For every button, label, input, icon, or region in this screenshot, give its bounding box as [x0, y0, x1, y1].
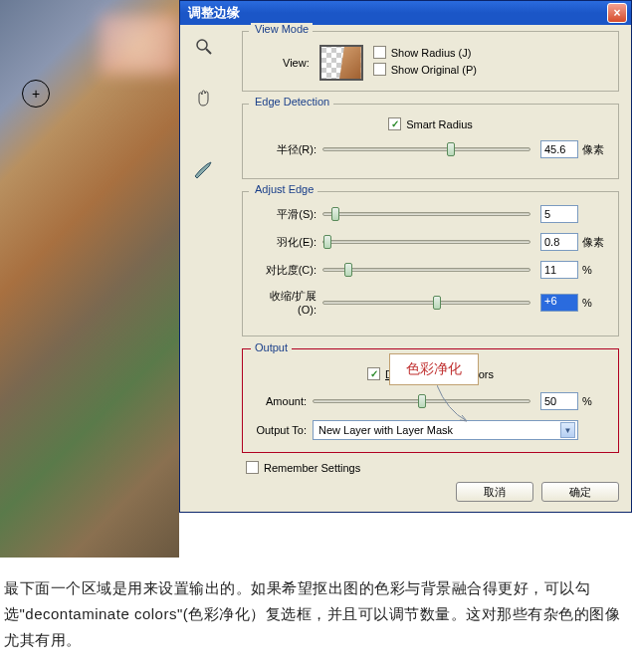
svg-line-1	[206, 49, 211, 54]
view-mode-group: View Mode View: Show Radius (J)	[242, 31, 619, 92]
output-to-label: Output To:	[253, 424, 313, 436]
shift-edge-unit: %	[582, 297, 608, 309]
show-radius-label: Show Radius (J)	[391, 47, 472, 59]
callout-label: 色彩净化	[389, 353, 479, 385]
shift-edge-label: 收缩/扩展(O):	[253, 289, 322, 316]
contrast-unit: %	[582, 264, 608, 276]
screenshot-area: + 调整边缘 ×	[0, 0, 633, 558]
amount-slider[interactable]	[313, 399, 530, 403]
show-original-checkbox[interactable]	[373, 63, 386, 76]
view-mode-legend: View Mode	[251, 23, 313, 35]
dialog-title: 调整边缘	[188, 4, 240, 22]
shift-edge-input[interactable]: +6	[540, 294, 578, 312]
ok-button[interactable]: 确定	[541, 482, 619, 502]
radius-input[interactable]	[540, 140, 578, 158]
output-to-value: New Layer with Layer Mask	[318, 424, 453, 436]
contrast-input[interactable]	[540, 261, 578, 279]
dialog-body: View Mode View: Show Radius (J)	[180, 25, 631, 512]
amount-input[interactable]	[540, 392, 578, 410]
radius-slider[interactable]	[322, 147, 530, 151]
smart-radius-checkbox[interactable]: ✓	[388, 117, 401, 130]
smart-radius-label: Smart Radius	[406, 118, 473, 130]
amount-unit: %	[582, 395, 608, 407]
amount-label: Amount:	[253, 395, 313, 407]
smooth-input[interactable]	[540, 205, 578, 223]
contrast-slider[interactable]	[322, 268, 530, 272]
smooth-slider[interactable]	[322, 212, 530, 216]
feather-slider[interactable]	[322, 240, 530, 244]
hand-tool-icon[interactable]	[192, 87, 216, 111]
smooth-label: 平滑(S):	[253, 207, 322, 222]
callout-arrow	[437, 385, 477, 425]
contrast-label: 对比度(C):	[253, 263, 322, 278]
radius-unit: 像素	[582, 142, 608, 157]
adjust-edge-legend: Adjust Edge	[251, 183, 317, 195]
caption-text: 最下面一个区域是用来设置输出的。如果希望抠出图的色彩与背景融合得更好，可以勾选"…	[0, 558, 633, 663]
zoom-tool-icon[interactable]	[192, 35, 216, 59]
chevron-down-icon: ▼	[560, 422, 575, 438]
feather-input[interactable]	[540, 233, 578, 251]
background-blur	[100, 15, 179, 75]
show-radius-checkbox[interactable]	[373, 46, 386, 59]
dialog-titlebar[interactable]: 调整边缘 ×	[180, 1, 631, 25]
refine-edge-dialog: 调整边缘 × Vie	[179, 0, 632, 513]
output-legend: Output	[251, 341, 292, 353]
feather-label: 羽化(E):	[253, 235, 322, 250]
remember-settings-checkbox[interactable]	[246, 461, 259, 474]
radius-label: 半径(R):	[253, 142, 322, 157]
brush-cursor: +	[22, 80, 50, 108]
remember-settings-label: Remember Settings	[264, 462, 360, 474]
cancel-button[interactable]: 取消	[456, 482, 533, 502]
show-original-label: Show Original (P)	[391, 64, 477, 76]
view-mode-thumbnail[interactable]	[319, 45, 363, 81]
svg-point-0	[197, 40, 207, 50]
feather-unit: 像素	[582, 235, 608, 250]
close-icon[interactable]: ×	[607, 3, 627, 23]
edge-detection-legend: Edge Detection	[251, 96, 333, 108]
shift-edge-slider[interactable]	[322, 301, 530, 305]
refine-brush-tool-icon[interactable]	[192, 158, 216, 182]
decontaminate-checkbox[interactable]: ✓	[367, 367, 380, 380]
edge-detection-group: Edge Detection ✓ Smart Radius 半径(R): 像素	[242, 104, 619, 179]
adjust-edge-group: Adjust Edge 平滑(S): 羽化(E): 像素	[242, 191, 619, 336]
view-label: View:	[283, 57, 310, 69]
tool-column	[192, 35, 220, 182]
